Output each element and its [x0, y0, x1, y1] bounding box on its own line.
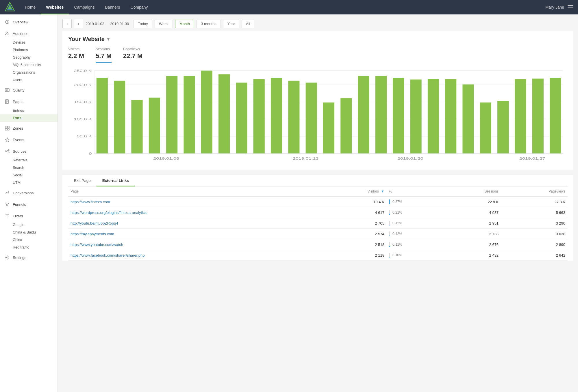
sidebar-item-utm[interactable]: UTM: [0, 179, 58, 186]
cell-page[interactable]: https://wordpress.org/plugins/finteza-an…: [68, 207, 320, 218]
cell-page[interactable]: https://www.youtube.com/watch: [68, 239, 320, 250]
sidebar-section-filters: Filters Google China & Baidu China Red t…: [0, 211, 58, 251]
menu-icon[interactable]: [568, 5, 573, 9]
sidebar-item-pages[interactable]: Pages: [0, 96, 58, 107]
date-all-button[interactable]: All: [242, 20, 254, 28]
sidebar-item-funnels[interactable]: Funnels: [0, 199, 58, 210]
date-year-button[interactable]: Year: [223, 20, 239, 28]
sidebar-item-entries[interactable]: Entries: [0, 107, 58, 114]
main-layout: Overview Audience Devices Platforms Geog…: [0, 14, 578, 392]
cell-visitors: 19.4 K: [320, 197, 387, 207]
bar-10: [253, 79, 265, 153]
sidebar-item-mql5[interactable]: MQL5.community: [0, 61, 58, 69]
pct-text: 0.21%: [392, 210, 402, 214]
tab-external-links[interactable]: External Links: [97, 175, 135, 186]
sidebar-item-conversions[interactable]: Conversions: [0, 188, 58, 198]
prev-date-button[interactable]: ‹: [62, 19, 72, 28]
bar-23: [480, 102, 491, 153]
table-section: Page Visitors ▼ % Sessions Pageviews htt…: [62, 186, 573, 261]
sidebar-item-devices[interactable]: Devices: [0, 39, 58, 46]
pct-bar-visual: [389, 232, 390, 236]
dropdown-arrow-icon: ▼: [106, 37, 110, 42]
cell-page[interactable]: https://www.facebook.com/sharer/sharer.p…: [68, 250, 320, 261]
svg-point-19: [8, 150, 9, 151]
bar-27: [550, 78, 561, 153]
svg-point-6: [8, 32, 9, 33]
nav-websites[interactable]: Websites: [41, 0, 69, 14]
bar-7: [201, 71, 212, 154]
sidebar-item-social[interactable]: Social: [0, 171, 58, 179]
bar-5: [166, 76, 177, 154]
sidebar-item-google[interactable]: Google: [0, 221, 58, 229]
sidebar-item-geography[interactable]: Geography: [0, 54, 58, 61]
zones-icon: [5, 126, 10, 131]
table-row: https://my.epayments.com 2 574 0.12% 2 7…: [68, 229, 568, 239]
sidebar-section-pages: Pages Entries Exits: [0, 96, 58, 122]
sidebar-item-sources[interactable]: Sources: [0, 146, 58, 156]
sidebar-item-red-traffic[interactable]: Red traffic: [0, 244, 58, 251]
sidebar-settings-label: Settings: [13, 255, 26, 260]
sidebar-item-exits[interactable]: Exits: [0, 114, 58, 122]
svg-text:2019.01.20: 2019.01.20: [397, 156, 423, 160]
date-week-button[interactable]: Week: [155, 20, 173, 28]
next-date-button[interactable]: ›: [74, 19, 83, 28]
table-body: https://www.finteza.com 19.4 K 0.87% 22.…: [68, 197, 568, 261]
settings-icon: [5, 255, 10, 260]
sidebar-item-platforms[interactable]: Platforms: [0, 46, 58, 54]
cell-page[interactable]: http://youtu.be/ntu6pZRopq4: [68, 218, 320, 229]
svg-text:2019.01.13: 2019.01.13: [293, 156, 319, 160]
sidebar-item-audience[interactable]: Audience: [0, 28, 58, 39]
sidebar-item-settings[interactable]: Settings: [0, 252, 58, 263]
cell-pct: 0.12%: [387, 229, 442, 239]
bar-21: [445, 79, 456, 153]
tab-exit-page[interactable]: Exit Page: [68, 175, 97, 186]
nav-company[interactable]: Company: [125, 0, 153, 14]
sidebar-pages-label: Pages: [13, 100, 23, 104]
sidebar-item-overview[interactable]: Overview: [0, 17, 58, 27]
website-title[interactable]: Your Website ▼: [68, 36, 568, 42]
stat-visitors-label: Visitors: [68, 47, 84, 51]
sidebar-item-organizations[interactable]: Organizations: [0, 69, 58, 76]
col-visitors[interactable]: Visitors ▼: [320, 186, 387, 197]
cell-page[interactable]: https://www.finteza.com: [68, 197, 320, 207]
svg-text:2019.01.27: 2019.01.27: [519, 156, 545, 160]
sidebar-item-zones[interactable]: Zones: [0, 123, 58, 133]
bar-18: [393, 78, 404, 153]
sidebar-item-filters[interactable]: Filters: [0, 211, 58, 221]
stat-sessions[interactable]: Sessions 5.7 M: [96, 47, 112, 63]
sidebar-item-quality[interactable]: Quality: [0, 85, 58, 95]
bar-2: [114, 81, 125, 154]
nav-home[interactable]: Home: [20, 0, 41, 14]
cell-page[interactable]: https://my.epayments.com: [68, 229, 320, 239]
bar-3: [131, 100, 142, 154]
col-sessions: Sessions: [442, 186, 501, 197]
svg-text:50.0 K: 50.0 K: [77, 134, 92, 138]
pct-bar-fill: [389, 214, 390, 215]
stat-visitors[interactable]: Visitors 2.2 M: [68, 47, 84, 63]
cell-visitors: 2 518: [320, 239, 387, 250]
stat-pageviews[interactable]: Pageviews 22.7 M: [123, 47, 142, 63]
logo[interactable]: [5, 2, 20, 13]
nav-campaigns[interactable]: Campaigns: [69, 0, 100, 14]
sidebar-item-users[interactable]: Users: [0, 76, 58, 84]
pct-bar-visual: [389, 221, 390, 225]
sidebar-section-events: Events: [0, 135, 58, 145]
sidebar-item-referrals[interactable]: Referrals: [0, 156, 58, 164]
nav-banners[interactable]: Banners: [100, 0, 125, 14]
sidebar-item-search[interactable]: Search: [0, 164, 58, 171]
tabs-row: Exit Page External Links: [68, 175, 568, 186]
sidebar-item-china-baidu[interactable]: China & Baidu: [0, 229, 58, 236]
stats-row: Visitors 2.2 M Sessions 5.7 M Pageviews …: [68, 47, 568, 63]
date-today-button[interactable]: Today: [134, 20, 152, 28]
bar-chart: 0 50.0 K 100.0 K 150.0 K 200.0 K 250.0 K: [68, 68, 568, 166]
sidebar-section-funnels: Funnels: [0, 199, 58, 210]
events-icon: [5, 137, 10, 142]
main-content: ‹ › 2019.01.03 — 2019.01.30 Today Week M…: [58, 14, 578, 392]
cell-sessions: 22.8 K: [442, 197, 501, 207]
cell-visitors: 2 705: [320, 218, 387, 229]
date-month-button[interactable]: Month: [175, 20, 194, 28]
pct-bar-visual: [389, 199, 390, 204]
sidebar-item-china[interactable]: China: [0, 236, 58, 244]
date-3months-button[interactable]: 3 months: [197, 20, 221, 28]
sidebar-item-events[interactable]: Events: [0, 135, 58, 145]
